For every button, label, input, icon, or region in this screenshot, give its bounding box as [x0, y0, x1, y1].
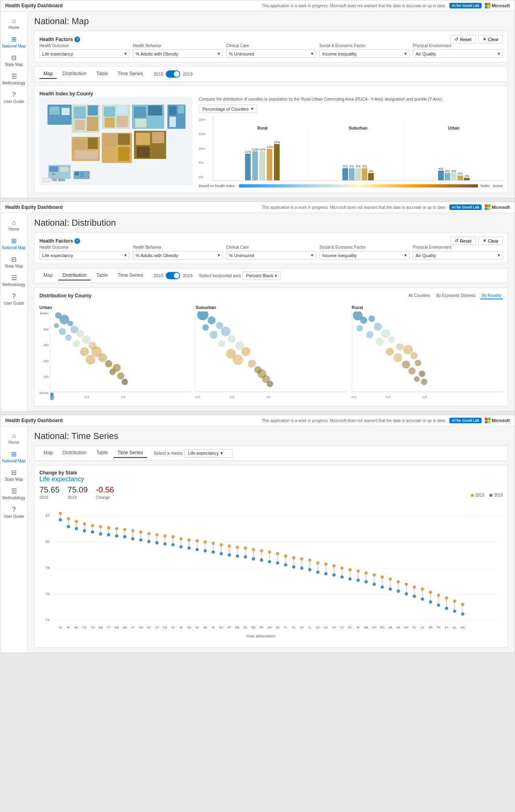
svg-rect-11 — [117, 105, 128, 114]
info-icon-1[interactable]: ? — [74, 37, 80, 42]
svg-point-106 — [386, 348, 394, 356]
svg-point-260 — [405, 592, 408, 596]
ts-value-2015: 75.65 — [39, 485, 60, 495]
reset-button-2[interactable]: ↺ Reset — [450, 237, 476, 245]
tab-map-2[interactable]: Map — [39, 271, 57, 280]
clear-button-1[interactable]: ✕ Clear — [478, 35, 503, 43]
tab-distribution-2[interactable]: Distribution — [58, 271, 91, 280]
disclaimer-3: This application is a work in progress. … — [262, 418, 446, 423]
tab-time-series-1[interactable]: Time Series — [113, 69, 147, 79]
sidebar-item-state-map[interactable]: ⊟ State Map — [0, 52, 27, 70]
bar-rect — [252, 151, 258, 180]
filter-all-counties[interactable]: All Counties — [407, 293, 431, 299]
d2-select-clinical[interactable]: % Uninsured ▾ — [226, 251, 316, 260]
sidebar-2-method[interactable]: ☰ Methodology — [0, 272, 27, 290]
sidebar-item-user-guide[interactable]: ? User Guide — [0, 89, 27, 107]
top-bar-right-1: This application is a work in progress. … — [262, 3, 510, 8]
dropdown-select-clinical[interactable]: % Uninsured ▾ — [226, 49, 316, 58]
sidebar-item-methodology[interactable]: ☰ Methodology — [0, 70, 27, 89]
y-label-15: 15% — [199, 132, 205, 136]
sidebar-2-national[interactable]: ⊞ National Map — [0, 235, 27, 253]
svg-point-268 — [429, 591, 432, 594]
ts-label-2019: 2019 — [68, 495, 88, 500]
dropdown-select-behavior[interactable]: % Adults with Obesity ▾ — [133, 49, 223, 58]
bar-item: 1% — [464, 174, 470, 180]
bar-item: 3% — [368, 169, 374, 180]
svg-text:State abbreviation: State abbreviation — [246, 634, 276, 638]
tab-map[interactable]: Map — [39, 69, 57, 79]
bar-val: 13% — [266, 145, 273, 149]
tab-time-series-3[interactable]: Time Series — [113, 448, 147, 458]
svg-point-151 — [115, 527, 118, 530]
svg-point-115 — [421, 379, 427, 385]
svg-point-61 — [86, 355, 95, 365]
chart-title-dist: Distribution by County — [39, 293, 91, 299]
svg-point-154 — [123, 528, 126, 531]
svg-point-98 — [369, 315, 375, 322]
filter-economic[interactable]: By Economic Distress — [435, 293, 477, 299]
sidebar-item-home[interactable]: ⌂ Home — [0, 14, 27, 33]
pct-dropdown[interactable]: Percentage of Counties ▾ — [199, 105, 257, 113]
axis-dropdown[interactable]: Percent Black ▾ — [243, 272, 281, 280]
toggle-switch-1[interactable] — [166, 70, 180, 78]
tab-distribution-1[interactable]: Distribution — [58, 69, 91, 79]
tab-table-3[interactable]: Table — [92, 448, 112, 458]
bar-groups-container: Rural 11% 12% — [213, 116, 503, 181]
info-icon-2[interactable]: ? — [74, 238, 80, 244]
tab-dist-3[interactable]: Distribution — [58, 448, 91, 458]
tab-map-3[interactable]: Map — [39, 448, 57, 458]
reset-button-1[interactable]: ↺ Reset — [450, 35, 476, 43]
scatter-urban-title: Urban — [39, 305, 191, 310]
dropdown-health-behavior: Health Behavior % Adults with Obesity ▾ — [133, 43, 223, 58]
d2-select-behavior[interactable]: % Adults with Obesity ▾ — [133, 251, 223, 260]
sidebar-3-state[interactable]: ⊟ State Map — [0, 466, 27, 485]
content-dist: National: Distribution Health Factors ? … — [28, 213, 515, 411]
tab-table-1[interactable]: Table — [92, 69, 112, 79]
bar-rect — [445, 173, 450, 180]
sidebar-3-guide[interactable]: ? User Guide — [0, 503, 27, 522]
clear-button-2[interactable]: ✕ Clear — [478, 237, 503, 245]
svg-point-275 — [445, 607, 448, 610]
svg-point-271 — [437, 594, 440, 597]
sidebar-3-method[interactable]: ☰ Methodology — [0, 485, 27, 503]
dropdown-select-outcome[interactable]: Life expectancy ▾ — [39, 49, 130, 58]
toggle-switch-2[interactable] — [166, 272, 180, 279]
ts-metric-dropdown[interactable]: Life expectancy ▾ — [184, 449, 233, 458]
d2-select-social[interactable]: Income inequality ▾ — [319, 251, 410, 260]
dropdown-select-social[interactable]: Income inequality ▾ — [319, 49, 410, 58]
d2-select-outcome[interactable]: Life expectancy ▾ — [39, 251, 130, 260]
svg-point-256 — [397, 580, 400, 583]
sidebar-3-national[interactable]: ⊞ National Map — [0, 448, 27, 466]
national-icon-3: ⊞ — [11, 451, 16, 458]
svg-point-205 — [260, 549, 263, 552]
tab-time-series-2[interactable]: Time Series — [113, 271, 147, 280]
content-ts: National: Time Series Map Distribution T… — [28, 426, 515, 653]
svg-point-176 — [179, 545, 183, 548]
svg-rect-22 — [75, 150, 98, 159]
tab-table-2[interactable]: Table — [92, 271, 112, 280]
sidebar-item-national-map[interactable]: ⊞ National Map — [0, 33, 27, 52]
svg-rect-71 — [50, 393, 54, 400]
d2-label-clinical: Clinical Care — [226, 245, 316, 249]
svg-text:1.0: 1.0 — [422, 395, 427, 399]
bar-val: 5% — [362, 165, 367, 168]
svg-text:NH: NH — [139, 626, 143, 629]
sidebar-2-state[interactable]: ⊟ State Map — [0, 253, 27, 272]
svg-point-208 — [268, 550, 271, 554]
top-bar-map: Health Equity Dashboard This application… — [0, 0, 515, 11]
sidebar-2-home[interactable]: ⌂ Home — [0, 216, 27, 235]
sidebar-2-guide[interactable]: ? User Guide — [0, 290, 27, 309]
svg-text:GA: GA — [388, 626, 392, 629]
filter-rurality[interactable]: By Rurality — [480, 293, 503, 299]
sidebar-3-home[interactable]: ⌂ Home — [0, 429, 27, 448]
app-title-2: Health Equity Dashboard — [5, 204, 63, 210]
d2-select-physical[interactable]: Air Quality ▾ — [413, 251, 503, 260]
svg-point-244 — [365, 571, 368, 575]
svg-point-277 — [453, 600, 456, 603]
svg-text:0.0: 0.0 — [196, 395, 200, 399]
bar-group-rural: Rural 11% 12% — [216, 126, 309, 180]
dropdown-select-physical[interactable]: Air Quality ▾ — [413, 49, 503, 58]
svg-rect-2 — [49, 107, 60, 115]
svg-point-143 — [91, 530, 94, 534]
y-label-0: 0% — [199, 175, 205, 179]
